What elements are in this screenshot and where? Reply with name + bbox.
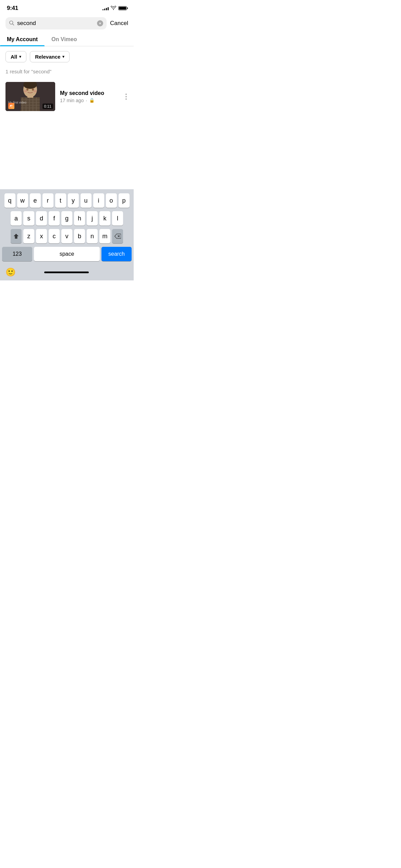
dot — [125, 94, 127, 95]
key-c[interactable]: c — [49, 229, 60, 243]
key-i[interactable]: i — [93, 193, 104, 208]
key-y[interactable]: y — [68, 193, 79, 208]
key-x[interactable]: x — [36, 229, 47, 243]
key-s[interactable]: s — [23, 211, 34, 226]
key-u[interactable]: u — [81, 193, 92, 208]
more-options-button[interactable] — [124, 92, 128, 101]
search-input-wrapper[interactable]: second × — [5, 17, 107, 29]
vimeo-badge — [8, 103, 14, 109]
key-n[interactable]: n — [87, 229, 98, 243]
filters-container: All ▾ Relevance ▾ — [0, 46, 134, 67]
search-input[interactable]: second — [17, 20, 94, 27]
emoji-button[interactable]: 🙂 — [5, 267, 16, 277]
key-p[interactable]: p — [119, 193, 130, 208]
key-e[interactable]: e — [30, 193, 41, 208]
svg-line-1 — [12, 24, 14, 25]
key-j[interactable]: j — [87, 211, 98, 226]
wifi-icon — [111, 5, 116, 11]
space-key[interactable]: space — [34, 247, 100, 261]
svg-point-21 — [33, 90, 37, 92]
keyboard: q w e r t y u i o p a s d f g h j k l z … — [0, 189, 134, 265]
key-l[interactable]: l — [112, 211, 123, 226]
search-key[interactable]: search — [101, 247, 132, 261]
key-g[interactable]: g — [61, 211, 72, 226]
emoji-row: 🙂 — [0, 265, 134, 280]
key-r[interactable]: r — [42, 193, 53, 208]
keyboard-row-2: a s d f g h j k l — [1, 211, 132, 226]
filter-relevance-button[interactable]: Relevance ▾ — [30, 51, 70, 62]
video-title: My second video — [60, 90, 119, 96]
keyboard-row-1: q w e r t y u i o p — [1, 193, 132, 208]
key-d[interactable]: d — [36, 211, 47, 226]
dot-separator: · — [86, 98, 87, 103]
key-o[interactable]: o — [106, 193, 117, 208]
tabs-container: My Account On Vimeo — [0, 32, 134, 46]
key-w[interactable]: w — [17, 193, 28, 208]
dot — [125, 96, 127, 97]
chevron-down-icon: ▾ — [62, 55, 64, 59]
key-k[interactable]: k — [99, 211, 110, 226]
tab-my-account[interactable]: My Account — [0, 32, 45, 46]
search-magnifier-icon — [9, 20, 14, 27]
key-f[interactable]: f — [49, 211, 60, 226]
shift-key[interactable] — [11, 229, 22, 243]
video-info: My second video 17 min ago · 🔒 — [60, 90, 119, 103]
battery-icon — [118, 6, 127, 10]
search-clear-button[interactable]: × — [97, 20, 103, 26]
key-t[interactable]: t — [55, 193, 66, 208]
dot — [125, 98, 127, 100]
search-clear-icon: × — [99, 22, 101, 25]
video-duration: 0:11 — [42, 104, 53, 109]
empty-space — [0, 114, 134, 182]
key-q[interactable]: q — [4, 193, 15, 208]
svg-point-18 — [26, 88, 28, 91]
keyboard-row-bottom: 123 space search — [1, 247, 132, 261]
tab-on-vimeo[interactable]: On Vimeo — [45, 32, 84, 46]
svg-point-19 — [32, 88, 34, 91]
key-h[interactable]: h — [74, 211, 85, 226]
key-b[interactable]: b — [74, 229, 85, 243]
numbers-key[interactable]: 123 — [2, 247, 32, 261]
video-timestamp: 17 min ago — [60, 98, 84, 103]
svg-rect-5 — [21, 97, 40, 111]
status-time: 9:41 — [7, 5, 18, 12]
key-a[interactable]: a — [11, 211, 22, 226]
status-bar: 9:41 — [0, 0, 134, 14]
search-bar-container: second × Cancel — [0, 14, 134, 32]
key-z[interactable]: z — [23, 229, 34, 243]
status-icons — [102, 5, 127, 11]
keyboard-row-3: z x c v b n m — [1, 229, 132, 243]
cancel-button[interactable]: Cancel — [110, 20, 128, 27]
key-v[interactable]: v — [61, 229, 72, 243]
chevron-down-icon: ▾ — [19, 55, 21, 59]
lock-icon: 🔒 — [89, 98, 95, 103]
svg-point-20 — [24, 90, 27, 92]
signal-icon — [102, 6, 109, 10]
delete-key[interactable] — [112, 229, 123, 243]
results-count-text: 1 result for "second" — [0, 67, 134, 79]
video-meta: 17 min ago · 🔒 — [60, 98, 119, 103]
home-indicator — [44, 272, 89, 273]
result-item[interactable]: My first video 0:11 My second video 17 m… — [0, 79, 134, 114]
filter-all-button[interactable]: All ▾ — [5, 51, 26, 62]
video-thumbnail: My first video 0:11 — [5, 82, 55, 111]
key-m[interactable]: m — [99, 229, 110, 243]
